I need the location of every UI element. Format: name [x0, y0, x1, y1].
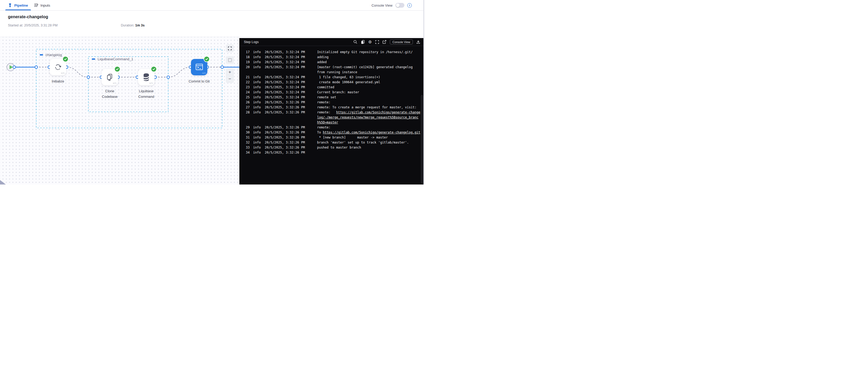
settings-gear-icon[interactable]: ⚙ [368, 40, 372, 44]
duration: Duration: 1m 3s [121, 24, 145, 27]
step-logs-panel: Step Logs ⚙ [239, 38, 424, 184]
node-commit-to-git[interactable]: </> [191, 59, 207, 75]
log-row: 28info20/5/2025, 3:32:26 PMremote: https… [239, 110, 424, 125]
active-tab-underline [5, 9, 31, 10]
pipeline-canvas[interactable]: changelog LiquibaseCommand_1 </> Initial… [0, 37, 239, 184]
zoom-out-button[interactable]: − [226, 76, 234, 82]
terminal-icon [195, 63, 204, 71]
node-initialize[interactable]: </> [50, 59, 66, 75]
console-view-button[interactable]: Console View [390, 39, 413, 44]
node-label-commit-to-git: Commit to Git [181, 78, 218, 84]
success-badge [115, 67, 120, 72]
log-row: 22info20/5/2025, 3:32:24 PM create mode … [239, 80, 424, 85]
log-link[interactable]: https://gitlab.com/Sonichigo/generate-ch… [323, 131, 420, 134]
log-row: 18info20/5/2025, 3:32:24 PMadding [239, 55, 424, 60]
success-badge [151, 67, 156, 72]
started-at: Started at: 20/5/2025, 3:31:28 PM [8, 24, 58, 27]
sync-icon [54, 63, 62, 71]
log-row: 27info20/5/2025, 3:32:26 PMremote: To cr… [239, 105, 424, 110]
stage-group-label: changelog [40, 53, 62, 57]
collapse-chip[interactable] [40, 54, 43, 56]
zoom-controls: + − [226, 68, 234, 83]
log-row: 24info20/5/2025, 3:32:24 PMCurrent branc… [239, 90, 424, 95]
log-row: 31info20/5/2025, 3:32:26 PM * [new branc… [239, 135, 424, 140]
log-row: 26info20/5/2025, 3:32:26 PMremote: [239, 100, 424, 105]
node-clone-codebase[interactable]: </> [101, 69, 118, 86]
top-tab-bar: Pipeline Inputs Console View i [0, 0, 424, 10]
log-scrollbar-thumb[interactable] [421, 95, 423, 183]
fullscreen-icon[interactable] [375, 40, 379, 44]
success-badge [63, 57, 68, 62]
log-row: 25info20/5/2025, 3:32:24 PMremote set [239, 95, 424, 100]
log-row: 17info20/5/2025, 3:32:24 PMInitialized e… [239, 50, 424, 55]
pipeline-execution-page: Pipeline Inputs Console View i generate [0, 0, 434, 184]
step-group-box [88, 57, 168, 112]
log-row: 23info20/5/2025, 3:32:24 PMcommitted [239, 85, 424, 90]
log-output[interactable]: 17info20/5/2025, 3:32:24 PMInitialized e… [239, 50, 424, 184]
log-row: 19info20/5/2025, 3:32:24 PMadded [239, 60, 424, 65]
info-icon[interactable]: i [407, 3, 412, 8]
log-row: 32info20/5/2025, 3:32:26 PMbranch 'maste… [239, 140, 424, 145]
node-label-clone-codebase: Clone Codebase [93, 88, 126, 99]
code-icon: </> [113, 82, 116, 84]
toggle-knob [396, 3, 400, 7]
code-icon: </> [149, 82, 153, 84]
success-badge [204, 57, 209, 62]
copy-icon[interactable] [361, 40, 365, 44]
page-title: generate-changelog [8, 14, 48, 19]
clone-icon [106, 73, 114, 81]
tab-inputs-label: Inputs [40, 3, 50, 7]
node-label-initialize: Initialize [41, 78, 74, 84]
liquibase-icon [143, 73, 150, 81]
log-row: 33info20/5/2025, 3:32:26 PMpushed to mas… [239, 145, 424, 150]
inputs-icon [34, 3, 38, 7]
marquee-select-button[interactable] [226, 56, 234, 64]
zoom-in-button[interactable]: + [226, 69, 234, 75]
log-row: 20info20/5/2025, 3:32:24 PM[master (root… [239, 65, 424, 75]
step-group-label: LiquibaseCommand_1 [92, 57, 133, 61]
log-row: 34info20/5/2025, 3:32:26 PM [239, 150, 424, 155]
collapse-chip[interactable] [92, 59, 95, 60]
node-label-liquibase-command: Liquibase Command [130, 88, 163, 99]
tab-pipeline[interactable]: Pipeline [8, 0, 28, 10]
log-row: 29info20/5/2025, 3:32:26 PMremote: [239, 125, 424, 130]
step-logs-header: Step Logs ⚙ [239, 38, 424, 46]
open-in-new-icon[interactable] [382, 40, 386, 44]
search-icon[interactable] [353, 40, 357, 44]
log-row: 21info20/5/2025, 3:32:24 PM 1 file chang… [239, 75, 424, 80]
log-row: 30info20/5/2025, 3:32:26 PMTo https://gi… [239, 130, 424, 135]
download-icon[interactable] [416, 40, 420, 44]
console-view-toggle-label: Console View [372, 3, 393, 7]
fit-to-screen-button[interactable] [226, 44, 234, 52]
code-icon: </> [61, 72, 65, 74]
node-liquibase-command[interactable]: </> [138, 69, 154, 86]
run-header: generate-changelog Started at: 20/5/2025… [0, 11, 424, 37]
console-view-toggle[interactable] [395, 3, 404, 8]
tab-pipeline-label: Pipeline [14, 3, 28, 7]
step-logs-title: Step Logs [244, 40, 259, 44]
code-icon: </> [202, 72, 206, 74]
marquee-icon [228, 59, 232, 62]
pipeline-icon [8, 3, 12, 7]
tab-inputs[interactable]: Inputs [34, 0, 50, 10]
right-rail-divider [424, 0, 424, 184]
expand-icon [228, 46, 232, 50]
